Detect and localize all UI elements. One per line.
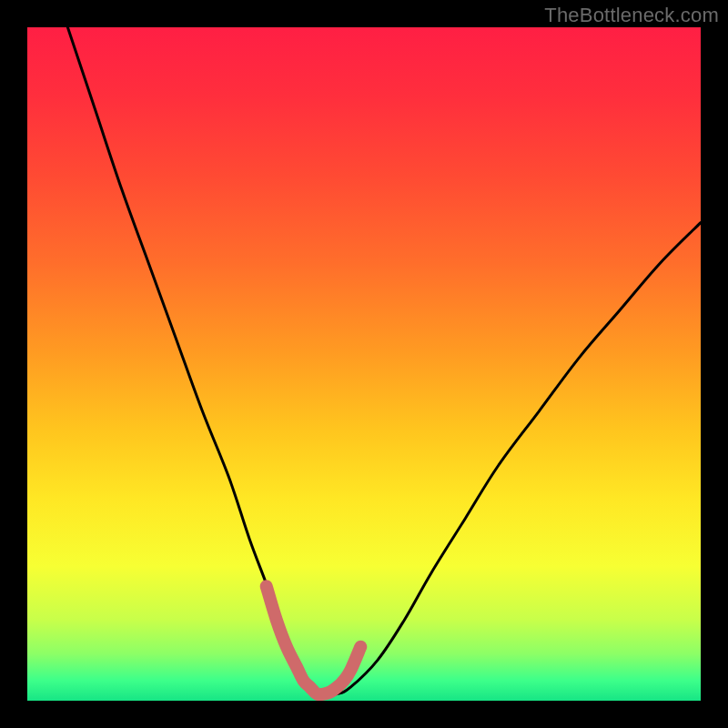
chart-frame: TheBottleneck.com	[0, 0, 728, 728]
gradient-background	[27, 27, 701, 701]
watermark-text: TheBottleneck.com	[544, 4, 719, 27]
bottleneck-chart	[0, 0, 728, 728]
